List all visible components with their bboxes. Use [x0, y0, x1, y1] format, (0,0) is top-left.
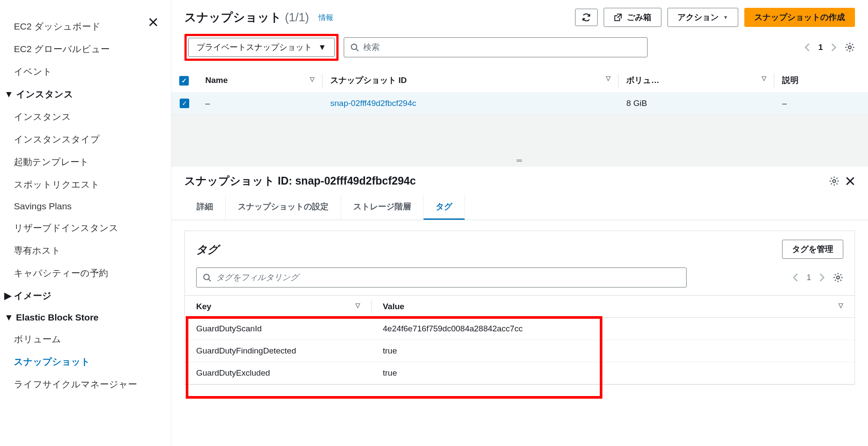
details-tabs: 詳細 スナップショットの設定 ストレージ階層 タグ	[171, 195, 868, 220]
tags-filter-box[interactable]	[196, 268, 687, 287]
column-description[interactable]: 説明	[774, 69, 868, 92]
external-icon	[614, 13, 622, 22]
page-title: スナップショット (1/1)	[184, 10, 309, 25]
tags-next-page[interactable]	[819, 273, 825, 282]
tab-details[interactable]: 詳細	[184, 195, 226, 220]
button-label: アクション	[677, 12, 719, 23]
pagination: 1	[804, 42, 855, 53]
table-row[interactable]: ✓ – snap-02fff49d2fbcf294c 8 GiB –	[171, 92, 868, 114]
tag-row: GuardDutyScanId 4e24f6e716f759dc0084a288…	[185, 318, 855, 340]
sidebar-section-ebs[interactable]: ▼ Elastic Block Store	[0, 307, 171, 328]
sidebar: EC2 ダッシュボード EC2 グローバルビュー イベント ▼ インスタンス イ…	[0, 0, 171, 446]
section-label: インスタンス	[16, 88, 73, 100]
tags-card-title: タグ	[196, 242, 219, 257]
actions-button[interactable]: アクション ▼	[667, 8, 738, 27]
column-volume[interactable]: ボリュ…▽	[618, 69, 774, 92]
info-link[interactable]: 情報	[319, 13, 333, 23]
sort-icon: ▽	[838, 302, 843, 309]
checkbox-checked-icon[interactable]: ✓	[180, 99, 189, 108]
page-number: 1	[818, 43, 823, 52]
tab-storage-tier[interactable]: ストレージ階層	[341, 195, 424, 220]
sidebar-item-volumes[interactable]: ボリューム	[0, 328, 171, 350]
ownership-filter-highlight: プライベートスナップショット ▼	[184, 34, 339, 61]
caret-down-icon: ▼	[4, 89, 13, 99]
column-snapshot-id[interactable]: スナップショット ID▽	[322, 69, 618, 92]
sort-icon: ▽	[355, 302, 360, 309]
cell-description: –	[774, 92, 868, 114]
sidebar-item-launch-templates[interactable]: 起動テンプレート	[0, 151, 171, 173]
svg-point-4	[837, 276, 840, 279]
tags-column-key[interactable]: Key▽	[185, 296, 372, 318]
tags-table: Key▽ Value▽ GuardDutyScanId 4e24f6e716f7…	[185, 295, 855, 384]
sidebar-section-instances[interactable]: ▼ インスタンス	[0, 83, 171, 106]
tags-pagination: 1	[792, 272, 843, 283]
section-label: イメージ	[14, 290, 52, 302]
manage-tags-button[interactable]: タグを管理	[782, 240, 843, 259]
search-input[interactable]	[363, 43, 641, 52]
tag-key: GuardDutyExcluded	[185, 362, 372, 384]
sidebar-item-dashboard[interactable]: EC2 ダッシュボード	[0, 15, 171, 38]
sidebar-item-events[interactable]: イベント	[0, 60, 171, 83]
search-icon	[203, 273, 211, 282]
sidebar-item-instances[interactable]: インスタンス	[0, 106, 171, 128]
cell-snapshot-id-link[interactable]: snap-02fff49d2fbcf294c	[330, 99, 416, 108]
page-header: スナップショット (1/1) 情報 ごみ箱 アクション ▼ スナップショットの作…	[171, 0, 868, 30]
sidebar-item-snapshots[interactable]: スナップショット	[0, 350, 171, 373]
details-settings-button[interactable]	[829, 176, 839, 186]
sidebar-item-reserved-instances[interactable]: リザーブドインスタンス	[0, 217, 171, 239]
gear-icon	[829, 176, 839, 186]
tab-snapshot-settings[interactable]: スナップショットの設定	[226, 195, 341, 220]
tag-row: GuardDutyFindingDetected true	[185, 340, 855, 362]
snapshots-table: ✓ Name▽ スナップショット ID▽ ボリュ…▽ 説明 ✓ – snap-0…	[171, 69, 868, 114]
settings-button[interactable]	[845, 42, 855, 53]
svg-point-1	[848, 46, 852, 49]
caret-down-icon: ▼	[4, 312, 13, 323]
tab-tags[interactable]: タグ	[424, 195, 465, 220]
tags-settings-button[interactable]	[833, 272, 843, 283]
create-snapshot-button[interactable]: スナップショットの作成	[744, 8, 855, 27]
sort-icon: ▽	[606, 75, 611, 82]
select-all-header[interactable]: ✓	[171, 69, 197, 92]
details-close-button[interactable]	[845, 176, 855, 186]
recycle-bin-button[interactable]: ごみ箱	[604, 8, 661, 27]
sidebar-item-instance-types[interactable]: インスタンスタイプ	[0, 128, 171, 151]
sidebar-item-capacity-reservations[interactable]: キャパシティーの予約	[0, 262, 171, 284]
search-icon	[350, 43, 359, 52]
tag-row: GuardDutyExcluded true	[185, 362, 855, 384]
prev-page-button[interactable]	[804, 43, 810, 52]
chevron-down-icon: ▼	[723, 14, 728, 20]
tags-filter-input[interactable]	[216, 273, 680, 282]
tag-key: GuardDutyFindingDetected	[185, 340, 372, 362]
sidebar-section-images[interactable]: ▶ イメージ	[0, 284, 171, 307]
tag-value: true	[372, 340, 855, 362]
close-icon	[845, 176, 855, 186]
refresh-button[interactable]	[575, 9, 598, 26]
tag-value: 4e24f6e716f759dc0084a28842acc7cc	[372, 318, 855, 340]
svg-point-0	[351, 44, 357, 50]
column-name[interactable]: Name▽	[197, 69, 322, 92]
sidebar-item-savings-plans[interactable]: Savings Plans	[0, 196, 171, 217]
svg-point-3	[204, 274, 210, 280]
tag-value: true	[372, 362, 855, 384]
tag-key: GuardDutyScanId	[185, 318, 372, 340]
panel-resize-area: ═	[171, 115, 868, 167]
next-page-button[interactable]	[831, 43, 837, 52]
dropdown-label: プライベートスナップショット	[197, 42, 312, 53]
sidebar-item-dedicated-hosts[interactable]: 専有ホスト	[0, 239, 171, 262]
tags-prev-page[interactable]	[792, 273, 799, 282]
search-box[interactable]	[344, 37, 648, 57]
page-count: (1/1)	[285, 11, 309, 24]
section-label: Elastic Block Store	[16, 312, 99, 323]
sidebar-close-icon[interactable]	[148, 17, 158, 27]
svg-point-2	[833, 179, 836, 182]
ownership-filter-dropdown[interactable]: プライベートスナップショット ▼	[188, 38, 335, 57]
gear-icon	[845, 42, 855, 53]
button-label: ごみ箱	[627, 12, 651, 23]
drag-handle-icon[interactable]: ═	[516, 156, 523, 165]
sidebar-item-spot-requests[interactable]: スポットリクエスト	[0, 173, 171, 196]
tags-card: タグ タグを管理 1	[184, 231, 855, 385]
sort-icon: ▽	[310, 76, 315, 83]
tags-column-value[interactable]: Value▽	[372, 296, 855, 318]
sidebar-item-global-view[interactable]: EC2 グローバルビュー	[0, 38, 171, 60]
sidebar-item-lifecycle-manager[interactable]: ライフサイクルマネージャー	[0, 373, 171, 396]
